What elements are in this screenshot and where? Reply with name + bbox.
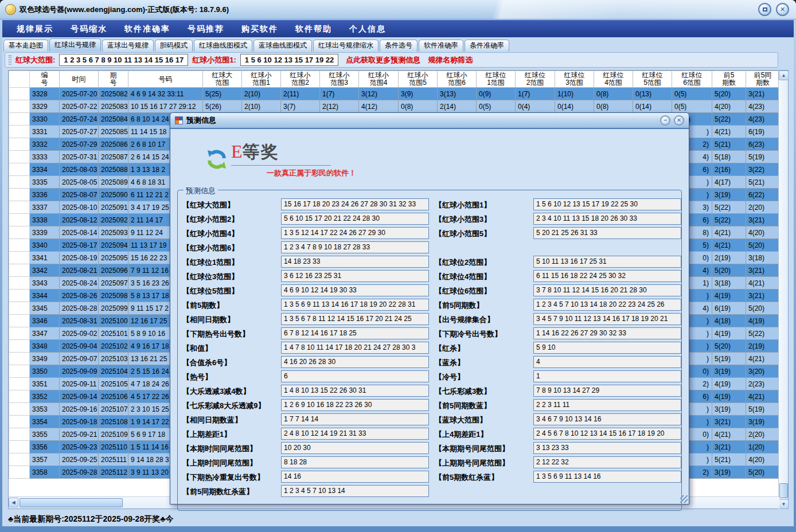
resize-grip-icon[interactable] xyxy=(680,495,688,503)
menu-item-5[interactable]: 购买软件 xyxy=(233,20,287,37)
dialog-field-value[interactable]: 3 7 8 10 11 12 14 15 16 20 21 28 30 xyxy=(533,284,681,296)
tab-9[interactable]: 软件准确率 xyxy=(419,40,463,52)
table-row-3329[interactable]: 33292025-07-22202508310 15 16 17 27 29:1… xyxy=(9,100,780,113)
dialog-field-value[interactable]: 3 4 6 7 9 10 13 14 16 xyxy=(533,413,681,425)
column-header[interactable]: 期 号 xyxy=(99,71,128,88)
dialog-close-button[interactable]: ✕ xyxy=(674,115,684,126)
dialog-field-value[interactable]: 1 3 5 6 9 11 13 14 16 17 18 19 20 22 28 … xyxy=(281,299,429,311)
dialog-field-value[interactable]: 6 7 8 12 14 16 17 18 25 xyxy=(281,327,429,339)
dialog-field-value[interactable]: 1 7 7 14 14 xyxy=(281,413,429,425)
scroll-up-button[interactable]: ▲ xyxy=(779,71,789,80)
table-row-3328[interactable]: 33282025-07-2020250824 6 9 14 32 33:115(… xyxy=(9,88,780,100)
dialog-minimize-button[interactable]: – xyxy=(660,115,670,126)
column-header[interactable]: 红球位 5范围 xyxy=(633,71,672,88)
close-button[interactable]: ✕ xyxy=(776,3,789,16)
column-header[interactable]: 红球小 范围6 xyxy=(438,71,477,88)
column-header[interactable]: 红球位 1范围 xyxy=(477,71,516,88)
menu-item-7[interactable]: 个人信息 xyxy=(341,20,395,37)
dialog-field-value[interactable]: 1 4 8 10 13 15 22 26 30 31 xyxy=(281,385,429,397)
rule-name-filter-link[interactable]: 规律名称筛选 xyxy=(428,55,473,65)
dialog-field-value[interactable]: 8 18 28 xyxy=(281,456,429,468)
dialog-field-value[interactable]: 1 3 5 12 14 17 22 24 26 27 29 30 xyxy=(281,227,429,239)
dialog-field-value[interactable]: 2 2 3 11 11 xyxy=(533,399,681,411)
dialog-field-value[interactable]: 4 16 20 26 28 30 xyxy=(281,356,429,368)
column-header[interactable]: 红球位 4范围 xyxy=(594,71,633,88)
scroll-left-button[interactable]: ◀ xyxy=(9,498,18,507)
menu-item-3[interactable]: 软件准确率 xyxy=(116,20,179,37)
column-header[interactable]: 号码 xyxy=(128,71,203,88)
vertical-scrollbar[interactable]: ▲ ▼ xyxy=(778,71,788,509)
column-header[interactable] xyxy=(9,71,30,88)
dialog-field-value[interactable]: 7 8 9 10 13 14 27 29 xyxy=(533,385,681,397)
maximize-button[interactable] xyxy=(758,3,771,16)
column-header[interactable]: 红球小 范围1 xyxy=(242,71,281,88)
tab-6[interactable]: 蓝球曲线图模式 xyxy=(253,40,312,52)
dialog-field-value[interactable]: 2 4 8 10 12 14 19 21 31 33 xyxy=(281,428,429,440)
dialog-field-value[interactable]: 1 2 3 4 7 8 9 10 18 27 28 33 xyxy=(281,241,429,253)
dialog-field-value[interactable]: 5 9 10 xyxy=(533,342,681,354)
dialog-field-value[interactable]: 5 10 11 13 16 17 25 31 xyxy=(533,256,681,268)
dialog-field-value[interactable]: 10 20 30 xyxy=(281,442,429,454)
dialog-field-value[interactable]: 2 3 4 10 11 13 15 18 20 26 30 33 xyxy=(533,213,681,225)
dialog-field-value[interactable]: 2 4 5 6 7 8 10 12 13 14 15 16 17 18 19 2… xyxy=(533,428,681,440)
dialog-field-value[interactable]: 4 6 9 10 12 14 19 30 33 xyxy=(281,284,429,296)
table-cell: 2025-08-31 xyxy=(60,315,99,327)
column-header[interactable]: 红球位 3范围 xyxy=(555,71,594,88)
column-header[interactable]: 红球小 范围5 xyxy=(399,71,438,88)
table-cell: 4 6 9 14 32 33:11 xyxy=(128,88,203,100)
dialog-field-value[interactable]: 6 xyxy=(281,370,429,382)
more-predictions-link[interactable]: 点此获取更多预测信息 xyxy=(346,55,420,65)
column-header[interactable]: 红球小 范围2 xyxy=(281,71,320,88)
column-header[interactable]: 红球位 2范围 xyxy=(516,71,555,88)
dialog-field-value[interactable]: 3 13 23 33 xyxy=(533,442,681,454)
dialog-field-value[interactable]: 5 20 21 25 26 31 33 xyxy=(533,227,681,239)
tab-1[interactable]: 基本走趋图 xyxy=(3,40,48,52)
filter-value-red-big-range[interactable]: 1 2 3 5 6 7 8 9 10 11 13 14 15 16 17 xyxy=(59,54,188,66)
horizontal-scroll-thumb[interactable] xyxy=(19,498,123,507)
dialog-field-value[interactable]: 1 xyxy=(533,370,681,382)
dialog-field-value[interactable]: 3 4 5 7 9 10 11 12 13 14 16 17 18 19 20 … xyxy=(533,313,681,325)
column-header[interactable]: 编 号 xyxy=(30,71,60,88)
column-header[interactable]: 前5同 期数 xyxy=(746,71,780,88)
table-cell: 2025-08-21 xyxy=(60,264,99,277)
tab-3[interactable]: 蓝球出号规律 xyxy=(102,40,154,52)
tab-10[interactable]: 条件准确率 xyxy=(465,40,509,52)
menu-item-4[interactable]: 号码推荐 xyxy=(179,20,233,37)
tab-4[interactable]: 胆码模式 xyxy=(155,40,193,52)
filter-value-red-small-range1[interactable]: 1 5 6 10 12 13 15 17 19 22 xyxy=(240,54,338,66)
dialog-field-value[interactable]: 2 12 22 32 xyxy=(533,456,681,468)
vertical-scroll-thumb[interactable] xyxy=(779,483,788,498)
dialog-field-value[interactable]: 1 3 5 6 7 8 11 12 14 15 16 17 20 21 24 2… xyxy=(281,313,429,325)
dialog-field-value[interactable]: 1 5 6 10 12 13 15 17 19 22 25 30 xyxy=(533,198,681,210)
dialog-field-value[interactable]: 1 2 3 4 5 7 10 13 14 xyxy=(281,485,429,497)
scroll-down-button[interactable]: ▼ xyxy=(779,499,789,509)
table-cell: 2025-09-07 xyxy=(60,353,99,365)
column-header[interactable]: 红球位 6范围 xyxy=(672,71,712,88)
column-header[interactable]: 红球小 范围4 xyxy=(359,71,399,88)
dialog-field-value[interactable]: 6 11 15 16 18 22 24 25 30 32 xyxy=(533,270,681,282)
column-header[interactable]: 红球大 范围 xyxy=(203,71,242,88)
dialog-field-value[interactable]: 15 16 17 18 20 23 24 26 27 28 30 31 32 3… xyxy=(281,198,429,210)
dialog-field-value[interactable]: 1 2 6 9 10 16 18 22 23 26 30 xyxy=(281,399,429,411)
dialog-field-value[interactable]: 1 3 5 6 9 11 13 14 16 xyxy=(533,471,681,483)
tab-8[interactable]: 条件选号 xyxy=(380,40,417,52)
column-header[interactable]: 前5 期数 xyxy=(712,71,746,88)
dialog-field-value[interactable]: 1 4 7 8 10 11 14 17 18 20 21 24 27 28 30… xyxy=(281,342,429,354)
menu-item-6[interactable]: 软件帮助 xyxy=(287,20,341,37)
column-header[interactable]: 红球小 范围3 xyxy=(320,71,359,88)
tab-5[interactable]: 红球曲线图模式 xyxy=(194,40,252,52)
dialog-field-value[interactable]: 1 2 3 4 5 7 10 13 14 18 20 22 23 24 25 2… xyxy=(533,299,681,311)
menu-item-1[interactable]: 规律展示 xyxy=(8,20,62,37)
dialog-field-value[interactable]: 5 6 10 15 17 20 21 22 24 28 30 xyxy=(281,213,429,225)
prediction-field-row: 【红球位1范围】14 18 23 33【红球位2范围】5 10 11 13 16… xyxy=(182,256,678,270)
dialog-field-value[interactable]: 14 16 xyxy=(281,471,429,483)
toolbar-grip-icon[interactable] xyxy=(9,55,11,65)
dialog-field-value[interactable]: 1 14 16 22 26 27 29 30 32 33 xyxy=(533,327,681,339)
tab-2[interactable]: 红球出号规律 xyxy=(49,38,101,52)
menu-item-2[interactable]: 号码缩水 xyxy=(62,20,116,37)
column-header[interactable]: 时间 xyxy=(60,71,99,88)
tab-7[interactable]: 红球出号规律缩水 xyxy=(313,40,379,52)
dialog-field-value[interactable]: 14 18 23 33 xyxy=(281,256,429,268)
dialog-field-value[interactable]: 3 6 12 16 23 25 31 xyxy=(281,270,429,282)
dialog-field-value[interactable]: 4 xyxy=(533,356,681,368)
